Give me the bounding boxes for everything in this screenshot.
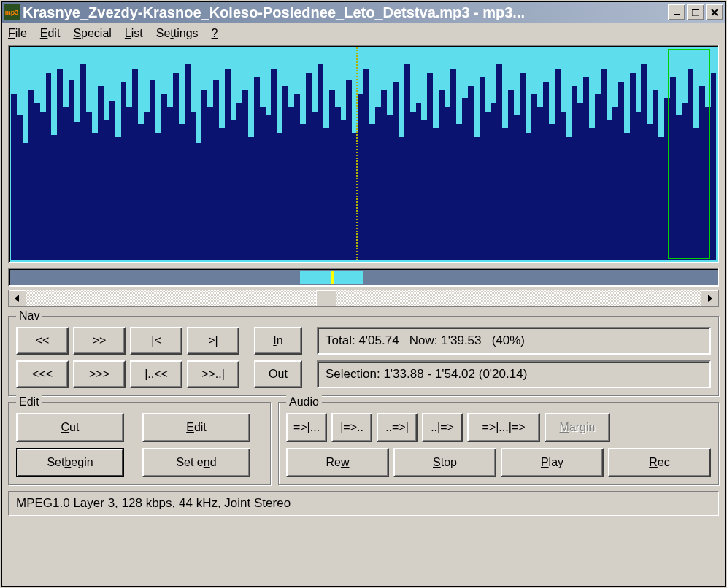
menu-special[interactable]: Special [73, 27, 111, 40]
nav-back-button[interactable]: << [16, 327, 69, 355]
menu-file[interactable]: File [8, 27, 27, 40]
scrollbar-track[interactable] [26, 290, 701, 306]
play-button[interactable]: Play [501, 448, 604, 477]
nav-forward-button[interactable]: >> [73, 327, 126, 355]
scrollbar-thumb[interactable] [316, 290, 336, 306]
selection-rectangle[interactable] [668, 49, 710, 259]
nav-back-fast-button[interactable]: <<< [16, 360, 69, 388]
maximize-button[interactable] [687, 4, 704, 20]
nav-jump-forward-button[interactable]: >>..| [187, 360, 239, 388]
menu-help[interactable]: ? [212, 27, 218, 40]
selection-info-field: Selection: 1'33.88 - 1'54.02 (0'20.14) [317, 360, 711, 388]
waveform-display[interactable] [8, 45, 719, 263]
audio-seek-5-button[interactable]: =>|...|=> [467, 413, 540, 442]
audio-seek-3-button[interactable]: ..=>| [377, 413, 418, 442]
menu-settings[interactable]: Settings [156, 27, 199, 40]
horizontal-scrollbar[interactable] [8, 290, 719, 307]
svg-rect-2 [692, 9, 699, 10]
nav-jump-back-button[interactable]: |..<< [130, 360, 182, 388]
cut-button[interactable]: Cut [16, 413, 124, 442]
record-button[interactable]: Rec [608, 448, 711, 477]
minimap-playhead [331, 271, 334, 284]
scroll-right-button[interactable] [701, 290, 718, 306]
svg-marker-6 [708, 295, 712, 302]
set-begin-button[interactable]: Set begin [18, 449, 123, 476]
nav-group-title: Nav [16, 309, 42, 322]
edit-group: Edit Cut Edit Set begin Set end [8, 402, 271, 485]
scroll-left-button[interactable] [9, 290, 26, 306]
set-end-button[interactable]: Set end [142, 448, 250, 477]
mark-out-button[interactable]: Out [254, 360, 302, 388]
nav-end-button[interactable]: >| [187, 327, 239, 355]
nav-forward-fast-button[interactable]: >>> [73, 360, 126, 388]
svg-marker-5 [15, 295, 19, 302]
set-begin-button-wrap: Set begin [16, 448, 124, 477]
audio-group: Audio =>|... |=>.. ..=>| ..|=> =>|...|=>… [278, 402, 719, 485]
app-icon: mp3 [4, 4, 20, 20]
nav-group: Nav << >> |< >| In Total: 4'05.74 Now: 1… [8, 316, 719, 396]
time-info-field: Total: 4'05.74 Now: 1'39.53 (40%) [317, 327, 711, 355]
margin-button[interactable]: Margin [545, 413, 610, 442]
minimize-button[interactable] [668, 4, 685, 20]
status-bar: MPEG1.0 Layer 3, 128 kbps, 44 kHz, Joint… [8, 491, 719, 516]
menu-list[interactable]: List [125, 27, 143, 40]
playhead-marker [356, 47, 358, 260]
stop-button[interactable]: Stop [393, 448, 496, 477]
titlebar[interactable]: mp3 Krasnye_Zvezdy-Krasnoe_Koleso-Posled… [2, 2, 725, 23]
audio-seek-1-button[interactable]: =>|... [286, 413, 327, 442]
menubar: File Edit Special List Settings ? [2, 23, 725, 45]
rewind-button[interactable]: Rew [286, 448, 389, 477]
main-window: mp3 Krasnye_Zvezdy-Krasnoe_Koleso-Posled… [1, 1, 726, 587]
nav-start-button[interactable]: |< [130, 327, 182, 355]
edit-group-title: Edit [16, 395, 42, 409]
audio-seek-4-button[interactable]: ..|=> [422, 413, 463, 442]
audio-group-title: Audio [286, 395, 322, 409]
minimap[interactable] [8, 268, 719, 287]
mark-in-button[interactable]: In [254, 327, 302, 355]
audio-seek-2-button[interactable]: |=>.. [331, 413, 372, 442]
menu-edit[interactable]: Edit [40, 27, 61, 40]
close-button[interactable] [706, 4, 723, 20]
window-title: Krasnye_Zvezdy-Krasnoe_Koleso-Poslednee_… [23, 4, 668, 21]
edit-button[interactable]: Edit [142, 413, 250, 442]
svg-rect-0 [674, 14, 680, 15]
